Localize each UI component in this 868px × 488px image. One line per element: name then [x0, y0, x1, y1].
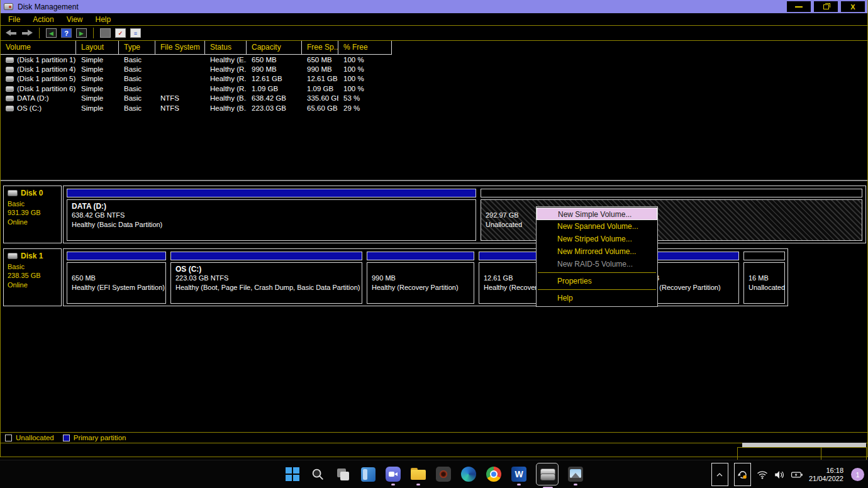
cell-free-space: 650 MB: [302, 56, 338, 64]
volume-table-header: Volume Layout Type File System Status Ca…: [1, 41, 392, 55]
search-button[interactable]: [309, 465, 326, 484]
onedrive-sync-button[interactable]: [734, 463, 751, 486]
partition-status: Healthy (EFI System Partition): [72, 283, 161, 292]
minimize-icon: [795, 6, 803, 8]
menu-item-help[interactable]: Help: [537, 292, 657, 304]
task-view-button[interactable]: [335, 465, 351, 484]
cell-capacity: 990 MB: [247, 65, 302, 73]
file-explorer-button[interactable]: [410, 465, 426, 484]
widgets-button[interactable]: [360, 465, 376, 484]
column-header-layout[interactable]: Layout: [76, 41, 119, 55]
chevron-up-icon: [715, 470, 725, 480]
menu-view[interactable]: View: [60, 15, 89, 24]
partition-data-d[interactable]: DATA (D:) 638.42 GB NTFS Healthy (Basic …: [65, 186, 477, 243]
column-header-status[interactable]: Status: [205, 41, 247, 55]
tray-date: 21/04/2022: [809, 475, 843, 483]
notification-badge[interactable]: 1: [851, 468, 864, 481]
wifi-button[interactable]: [757, 470, 768, 480]
disk-management-icon: [540, 469, 555, 480]
table-row[interactable]: (Disk 1 partition 4) Simple Basic Health…: [1, 64, 867, 74]
column-header-capacity[interactable]: Capacity: [247, 41, 302, 55]
disk1-graph: 650 MB Healthy (EFI System Partition) OS…: [63, 248, 788, 306]
chrome-button[interactable]: [486, 465, 502, 484]
partition-size: 650 MB: [72, 274, 161, 283]
restore-icon: [823, 4, 829, 9]
back-arrow-icon[interactable]: [6, 30, 17, 36]
table-row[interactable]: (Disk 1 partition 5) Simple Basic Health…: [1, 74, 867, 84]
disk-management-taskbar-button[interactable]: [536, 463, 559, 485]
column-header-free-space[interactable]: Free Sp...: [302, 41, 338, 55]
cell-type: Basic: [119, 56, 155, 64]
primary-partition-band: [67, 252, 166, 260]
check-document-icon[interactable]: ✓: [115, 28, 126, 38]
cell-volume: OS (C:): [1, 104, 76, 112]
disk0-info-panel[interactable]: Disk 0 Basic 931.39 GB Online: [3, 186, 62, 243]
menu-item-properties[interactable]: Properties: [537, 275, 657, 287]
show-hidden-icons-button[interactable]: [711, 463, 728, 486]
table-row[interactable]: (Disk 1 partition 6) Simple Basic Health…: [1, 84, 867, 93]
chat-camera-icon: [386, 467, 401, 482]
forward-arrow-icon[interactable]: [21, 30, 33, 36]
disk0-state: Online: [8, 218, 61, 227]
restore-button[interactable]: [814, 1, 838, 12]
column-header-pct-free[interactable]: % Free: [338, 41, 392, 55]
close-icon: X: [850, 3, 855, 11]
minimize-button[interactable]: [787, 1, 811, 12]
partition-os-c[interactable]: OS (C:) 223.03 GB NTFS Healthy (Boot, Pa…: [169, 249, 364, 306]
word-icon: W: [511, 467, 526, 482]
photos-button[interactable]: [567, 465, 584, 484]
partition-status: Healthy (Boot, Page File, Crash Dump, Ba…: [175, 283, 357, 292]
menu-item-new-mirrored-volume[interactable]: New Mirrored Volume...: [537, 245, 657, 258]
table-row[interactable]: (Disk 1 partition 1) Simple Basic Health…: [1, 55, 867, 64]
properties-list-icon[interactable]: ≡: [130, 28, 141, 38]
word-button[interactable]: W: [511, 465, 527, 484]
cell-status: Healthy (R...: [205, 75, 247, 82]
column-header-volume[interactable]: Volume: [1, 41, 76, 55]
table-row[interactable]: OS (C:) Simple Basic NTFS Healthy (B... …: [1, 103, 867, 113]
menu-action[interactable]: Action: [26, 15, 60, 24]
cell-capacity: 638.42 GB: [247, 94, 302, 102]
menu-item-new-striped-volume[interactable]: New Striped Volume...: [537, 233, 657, 245]
disk1-info-panel[interactable]: Disk 1 Basic 238.35 GB Online: [3, 248, 62, 306]
dark-red-app-button[interactable]: [435, 465, 452, 484]
menu-file[interactable]: File: [2, 15, 26, 24]
legend-primary-partition: Primary partition: [63, 434, 126, 441]
clock[interactable]: 16:18 21/04/2022: [809, 467, 843, 483]
speaker-icon: [774, 470, 785, 480]
help-dialog-icon[interactable]: ?: [61, 28, 72, 38]
partition-recovery-990mb[interactable]: 990 MB Healthy (Recovery Partition): [365, 249, 476, 306]
partition-size: 638.42 GB NTFS: [72, 211, 471, 220]
column-header-file-system[interactable]: File System: [155, 41, 205, 55]
volume-icon: [6, 106, 14, 111]
unallocated-region-disk1[interactable]: 16 MB Unallocated: [742, 249, 786, 306]
show-action-pane-icon[interactable]: ▶: [76, 28, 87, 38]
cell-pct-free: 100 %: [338, 65, 392, 73]
menu-item-new-spanned-volume[interactable]: New Spanned Volume...: [537, 220, 657, 233]
computer-icon[interactable]: [100, 28, 111, 38]
disk1-kind: Basic: [8, 262, 61, 272]
cell-layout: Simple: [76, 75, 119, 82]
show-console-tree-icon[interactable]: ◀: [46, 28, 57, 38]
wifi-icon: [757, 470, 768, 480]
start-button[interactable]: [284, 465, 301, 484]
edge-button[interactable]: [460, 465, 477, 484]
table-row[interactable]: DATA (D:) Simple Basic NTFS Healthy (B..…: [1, 94, 867, 103]
volume-icon: [6, 67, 14, 72]
menu-help[interactable]: Help: [89, 15, 118, 24]
unallocated-band: [481, 189, 862, 197]
column-header-type[interactable]: Type: [119, 41, 155, 55]
disk0-row: Disk 0 Basic 931.39 GB Online DATA (D:) …: [3, 186, 866, 243]
close-button[interactable]: X: [841, 1, 865, 12]
partition-title: [748, 265, 780, 274]
volume-button[interactable]: [774, 470, 785, 480]
disk1-size: 238.35 GB: [8, 271, 61, 280]
cell-file-system: NTFS: [155, 104, 205, 112]
partition-efi[interactable]: 650 MB Healthy (EFI System Partition): [65, 249, 167, 306]
cell-layout: Simple: [76, 94, 119, 102]
cell-layout: Simple: [76, 65, 119, 73]
menu-item-new-simple-volume[interactable]: New Simple Volume...: [537, 208, 657, 220]
cell-type: Basic: [119, 85, 155, 92]
battery-button[interactable]: [791, 470, 803, 480]
chat-button[interactable]: [385, 465, 401, 484]
primary-partition-band: [67, 189, 476, 197]
